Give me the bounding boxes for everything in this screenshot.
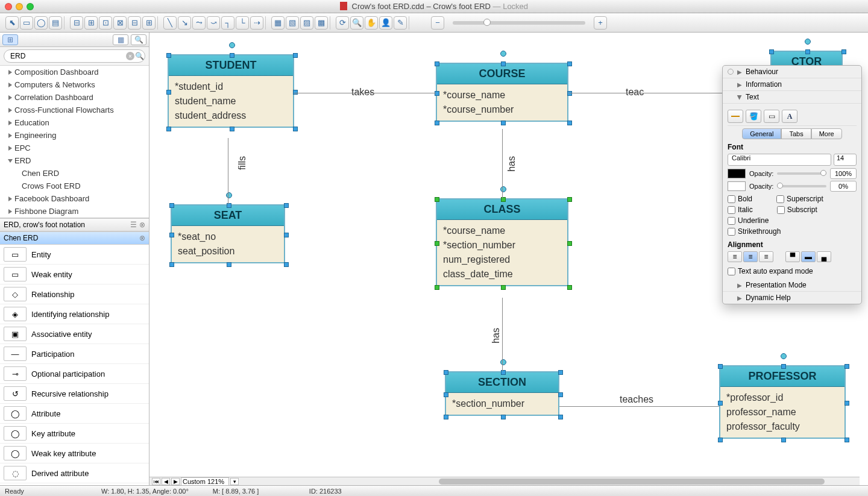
- tree-tool-1[interactable]: ⊟: [70, 16, 83, 30]
- selection-handle[interactable]: [769, 49, 774, 54]
- selection-handle[interactable]: [501, 415, 506, 419]
- entity-course[interactable]: COURSE*course_name*course_number: [436, 63, 568, 122]
- align-left[interactable]: ≡: [728, 251, 742, 262]
- shape-item[interactable]: —Participation: [0, 344, 149, 364]
- selection-handle[interactable]: [558, 392, 563, 397]
- align-center[interactable]: ≡: [743, 251, 758, 262]
- zoom-fit-tool[interactable]: ⟳: [336, 16, 349, 30]
- text-box-icon[interactable]: ▭: [764, 110, 779, 123]
- insp-dynamic-help[interactable]: ▶Dynamic Help: [723, 292, 861, 304]
- hscroll-thumb[interactable]: [439, 479, 825, 485]
- bg-color-swatch[interactable]: [728, 181, 746, 191]
- page-next[interactable]: ▶: [171, 478, 180, 485]
- selection-handle[interactable]: [567, 91, 572, 96]
- tree-item[interactable]: ERD: [0, 154, 149, 167]
- selection-handle[interactable]: [501, 61, 506, 66]
- text-fill-icon[interactable]: 🪣: [746, 110, 761, 123]
- rect-tool[interactable]: ▭: [20, 16, 33, 30]
- zoom-step[interactable]: ▾: [230, 478, 239, 485]
- sidebar-tab-grid[interactable]: ▦: [113, 34, 128, 45]
- align-right[interactable]: ≡: [759, 251, 773, 262]
- clear-search-icon[interactable]: ×: [126, 52, 134, 60]
- selection-handle[interactable]: [501, 285, 506, 290]
- valign-top[interactable]: ▀: [785, 251, 800, 262]
- search-input[interactable]: [4, 49, 145, 63]
- opacity-value-1[interactable]: [830, 168, 857, 179]
- italic-check[interactable]: Italic: [728, 206, 753, 214]
- tree-item[interactable]: Chen ERD: [0, 167, 149, 180]
- layer-tool-1[interactable]: ▦: [271, 16, 285, 30]
- super-check[interactable]: Superscript: [776, 195, 823, 203]
- selection-handle[interactable]: [805, 49, 810, 54]
- magnifier-tool[interactable]: 🔍: [350, 16, 363, 30]
- selection-handle[interactable]: [718, 401, 723, 406]
- canvas[interactable]: STUDENT*student_idstudent_namestudent_ad…: [149, 33, 868, 485]
- tree-item[interactable]: Education: [0, 116, 149, 129]
- selection-handle[interactable]: [435, 121, 439, 125]
- conn-tool-7[interactable]: ⇢: [250, 16, 263, 30]
- rotate-handle[interactable]: [226, 192, 232, 198]
- selection-handle[interactable]: [284, 262, 289, 267]
- insp-behaviour[interactable]: ▶Behaviour: [723, 66, 861, 78]
- selection-handle[interactable]: [169, 233, 174, 237]
- close-lib2-icon[interactable]: ⊗: [139, 234, 145, 242]
- sidebar-tab-search[interactable]: 🔍: [131, 34, 146, 45]
- conn-tool-2[interactable]: ↘: [178, 16, 191, 30]
- shape-item[interactable]: ⊸Optional participation: [0, 364, 149, 384]
- pin-icon[interactable]: ☰: [130, 221, 137, 229]
- close-lib-icon[interactable]: ⊗: [139, 221, 145, 229]
- tree-item[interactable]: Facebook Dashboard: [0, 192, 149, 205]
- insp-tab-general[interactable]: General: [742, 128, 781, 139]
- text-line-icon[interactable]: [728, 110, 743, 123]
- selection-handle[interactable]: [284, 233, 289, 237]
- zoom-in-button[interactable]: +: [594, 16, 607, 30]
- tree-tool-5[interactable]: ⊟: [128, 16, 141, 30]
- selection-handle[interactable]: [781, 364, 786, 369]
- selection-handle[interactable]: [567, 285, 572, 290]
- layer-tool-3[interactable]: ▨: [300, 16, 313, 30]
- conn-tool-5[interactable]: ┐: [221, 16, 234, 30]
- selection-handle[interactable]: [444, 370, 448, 375]
- selection-handle[interactable]: [169, 262, 174, 267]
- shape-item[interactable]: ↺Recursive relationship: [0, 384, 149, 404]
- selection-handle[interactable]: [230, 53, 234, 58]
- text-color-swatch[interactable]: [728, 169, 746, 178]
- selection-handle[interactable]: [558, 415, 563, 419]
- opacity-slider-2[interactable]: [777, 185, 826, 187]
- selection-handle[interactable]: [841, 49, 846, 54]
- selection-handle[interactable]: [435, 285, 439, 290]
- rotate-handle[interactable]: [500, 51, 506, 57]
- selection-handle[interactable]: [293, 90, 298, 95]
- tree-item[interactable]: Fishbone Diagram: [0, 205, 149, 218]
- conn-tool-6[interactable]: └: [236, 16, 249, 30]
- insp-tab-more[interactable]: More: [811, 128, 842, 139]
- tree-item[interactable]: Cross-Functional Flowcharts: [0, 104, 149, 116]
- rotate-handle[interactable]: [805, 39, 811, 45]
- selection-handle[interactable]: [844, 364, 849, 369]
- lib-header-crows[interactable]: ERD, crow's foot notation ☰⊗: [0, 218, 149, 231]
- shape-item[interactable]: ▭Entity: [0, 245, 149, 265]
- tree-tool-6[interactable]: ⊞: [142, 16, 156, 30]
- selection-handle[interactable]: [166, 90, 171, 95]
- shape-item[interactable]: ◯Weak key attribute: [0, 444, 149, 463]
- selection-handle[interactable]: [435, 197, 439, 202]
- selection-handle[interactable]: [844, 438, 849, 442]
- text-font-icon[interactable]: A: [782, 110, 797, 123]
- text-tool[interactable]: ▤: [49, 16, 62, 30]
- strike-check[interactable]: Strikethrough: [728, 227, 781, 236]
- selection-handle[interactable]: [435, 61, 439, 66]
- entity-section[interactable]: SECTION*section_number: [445, 371, 559, 416]
- insp-text[interactable]: ▶Text: [723, 91, 861, 104]
- zoom-out-button[interactable]: −: [431, 16, 444, 30]
- sub-check[interactable]: Subscript: [777, 206, 817, 214]
- conn-tool-4[interactable]: ⤻: [207, 16, 220, 30]
- selection-handle[interactable]: [435, 91, 439, 96]
- selection-handle[interactable]: [567, 197, 572, 202]
- opacity-value-2[interactable]: [830, 181, 857, 192]
- tree-item[interactable]: Engineering: [0, 129, 149, 142]
- rotate-handle[interactable]: [781, 353, 787, 359]
- shape-item[interactable]: ◇Relationship: [0, 284, 149, 304]
- tree-tool-2[interactable]: ⊞: [84, 16, 98, 30]
- selection-handle[interactable]: [718, 364, 723, 369]
- font-select[interactable]: Calibri: [728, 154, 831, 166]
